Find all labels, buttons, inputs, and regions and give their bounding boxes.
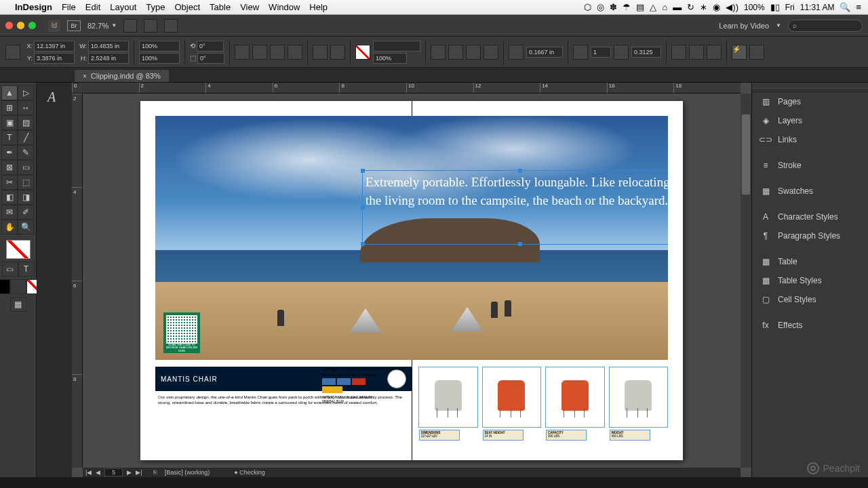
panel-links[interactable]: ⊂⊃Links bbox=[752, 130, 868, 149]
panel-character-styles[interactable]: ACharacter Styles bbox=[752, 207, 868, 226]
menu-edit[interactable]: Edit bbox=[85, 2, 100, 12]
note-tool[interactable]: ✉ bbox=[1, 205, 18, 220]
x-position-field[interactable]: 12.1397 in bbox=[34, 41, 75, 52]
battery-icon[interactable]: ▬ bbox=[673, 2, 682, 12]
preflight-indicator[interactable]: ● Checking bbox=[234, 469, 264, 476]
width-field[interactable]: 10.4835 in bbox=[88, 41, 129, 52]
flip-v-button[interactable] bbox=[288, 45, 302, 60]
rotate-ccw-button[interactable] bbox=[252, 45, 267, 60]
panel-swatches[interactable]: ▦Swatches bbox=[752, 182, 868, 201]
formatting-container-button[interactable]: ▭ bbox=[2, 262, 18, 277]
app-name[interactable]: InDesign bbox=[15, 2, 52, 12]
text-wrap-none-button[interactable] bbox=[448, 45, 463, 60]
rotate-cw-button[interactable] bbox=[235, 45, 250, 60]
scale-x-field[interactable]: 100% bbox=[139, 41, 180, 52]
menu-table[interactable]: Table bbox=[210, 2, 231, 12]
view-options-button[interactable] bbox=[123, 19, 137, 33]
evernote-icon[interactable]: ✽ bbox=[610, 2, 617, 12]
panel-paragraph-styles[interactable]: ¶Paragraph Styles bbox=[752, 226, 868, 245]
arrange-docs-button[interactable] bbox=[164, 19, 178, 33]
horizontal-ruler[interactable]: 024681012141618 bbox=[72, 83, 741, 94]
panel-layers[interactable]: ◈Layers bbox=[752, 111, 868, 130]
chair-card[interactable]: CAPACITY300 LBS bbox=[545, 367, 605, 428]
last-page-button[interactable]: ▶| bbox=[136, 469, 142, 476]
wifi-icon[interactable]: ◉ bbox=[713, 2, 720, 12]
scissors-tool[interactable]: ✂ bbox=[1, 175, 18, 190]
document-tab[interactable]: × Clipping.indd @ 83% bbox=[75, 70, 169, 82]
gradient-feather-tool[interactable]: ◨ bbox=[18, 190, 34, 205]
select-content-button[interactable] bbox=[330, 45, 345, 60]
gutter-field[interactable]: 0.3125 bbox=[631, 47, 661, 58]
normal-view-button[interactable]: ▦ bbox=[10, 297, 26, 312]
align-center-button[interactable] bbox=[689, 45, 704, 60]
flip-h-button[interactable] bbox=[270, 45, 285, 60]
scale-y-field[interactable]: 100% bbox=[139, 53, 180, 64]
formatting-text-button[interactable]: T bbox=[18, 262, 35, 277]
y-position-field[interactable]: 3.3876 in bbox=[34, 53, 75, 64]
panel-menu-button[interactable] bbox=[749, 45, 764, 60]
dropbox-icon[interactable]: ⬡ bbox=[584, 2, 591, 12]
text-wrap-bbox-button[interactable] bbox=[466, 45, 481, 60]
menu-object[interactable]: Object bbox=[175, 2, 201, 12]
open-icon[interactable]: ⎘ bbox=[153, 469, 157, 476]
zoom-tool[interactable]: 🔍 bbox=[18, 220, 34, 235]
reference-point-button[interactable] bbox=[5, 45, 20, 60]
rotation-field[interactable]: 0° bbox=[197, 41, 224, 52]
bridge-button[interactable]: Br bbox=[67, 20, 81, 31]
preset-label[interactable]: [Basic] (working) bbox=[165, 469, 210, 476]
next-page-button[interactable]: ▶ bbox=[127, 469, 132, 476]
chair-card[interactable]: DIMENSIONS22"x22"x26" bbox=[418, 367, 478, 428]
eyedropper-tool[interactable]: ✐ bbox=[18, 205, 34, 220]
hand-tool[interactable]: ✋ bbox=[1, 220, 18, 235]
page-tool[interactable]: ⊞ bbox=[1, 100, 18, 115]
fill-swatch[interactable] bbox=[355, 45, 370, 60]
apply-gradient-button[interactable] bbox=[10, 279, 26, 294]
menu-help[interactable]: Help bbox=[309, 2, 328, 12]
corner-options-button[interactable] bbox=[509, 45, 524, 60]
direct-selection-tool[interactable]: ▷ bbox=[18, 85, 34, 100]
maximize-window-button[interactable] bbox=[28, 22, 36, 29]
panel-stroke[interactable]: ≡Stroke bbox=[752, 156, 868, 175]
text-wrap-shape-button[interactable] bbox=[484, 45, 498, 60]
canvas[interactable]: 024681012141618 2468 SCAN THE COD bbox=[72, 83, 751, 477]
pencil-tool[interactable]: ✎ bbox=[18, 145, 34, 160]
content-placer-tool[interactable]: ▤ bbox=[18, 115, 34, 130]
free-transform-tool[interactable]: ⬚ bbox=[18, 175, 34, 190]
content-collector-tool[interactable]: ▣ bbox=[1, 115, 18, 130]
line-tool[interactable]: ╱ bbox=[18, 130, 34, 145]
vertical-ruler[interactable]: 2468 bbox=[72, 94, 83, 468]
type-tool[interactable]: T bbox=[1, 130, 18, 145]
columns-field[interactable]: 1 bbox=[591, 47, 611, 58]
help-search-input[interactable]: ⌕ bbox=[788, 20, 863, 32]
minimize-window-button[interactable] bbox=[17, 22, 24, 29]
menu-layout[interactable]: Layout bbox=[110, 2, 136, 12]
screen-mode-button[interactable] bbox=[144, 19, 157, 33]
stroke-weight-field[interactable]: 0.1667 in bbox=[526, 47, 563, 58]
chair-card[interactable]: SEAT HEIGHT14 IN bbox=[482, 367, 542, 428]
hero-image-frame[interactable]: SCAN THE CODE TO BROWSE GEAR ONLINE NOW … bbox=[155, 116, 668, 360]
workspace-switcher[interactable]: Learn by Video bbox=[719, 22, 769, 30]
home-icon[interactable]: ⌂ bbox=[662, 2, 667, 12]
prev-page-button[interactable]: ◀ bbox=[96, 469, 100, 476]
apply-color-button[interactable] bbox=[0, 279, 10, 294]
volume-icon[interactable]: ◀)) bbox=[726, 2, 738, 12]
battery-status-icon[interactable]: ▮▯ bbox=[770, 2, 780, 12]
bluetooth-icon[interactable]: ∗ bbox=[700, 2, 707, 12]
opacity-field[interactable]: 100% bbox=[373, 53, 407, 64]
product-specs[interactable]: Lightweight, durable, anodized ultra fab… bbox=[322, 367, 410, 403]
stroke-style-dropdown[interactable] bbox=[373, 41, 420, 52]
panel-pages[interactable]: ▥Pages bbox=[752, 92, 868, 111]
panel-cell-styles[interactable]: ▢Cell Styles bbox=[752, 290, 868, 309]
first-page-button[interactable]: |◀ bbox=[85, 469, 92, 476]
rectangle-frame-tool[interactable]: ⊠ bbox=[1, 160, 18, 175]
menu-view[interactable]: View bbox=[240, 2, 259, 12]
align-top-button[interactable] bbox=[671, 45, 686, 60]
menu-window[interactable]: Window bbox=[269, 2, 300, 12]
height-field[interactable]: 2.5248 in bbox=[88, 53, 129, 64]
pen-tool[interactable]: ✒ bbox=[1, 145, 18, 160]
panel-effects[interactable]: fxEffects bbox=[752, 316, 868, 335]
quick-apply-button[interactable]: ⚡ bbox=[732, 45, 747, 60]
gradient-swatch-tool[interactable]: ◧ bbox=[1, 190, 18, 205]
close-tab-icon[interactable]: × bbox=[83, 73, 87, 80]
umbrella-icon[interactable]: ☂ bbox=[623, 2, 631, 12]
